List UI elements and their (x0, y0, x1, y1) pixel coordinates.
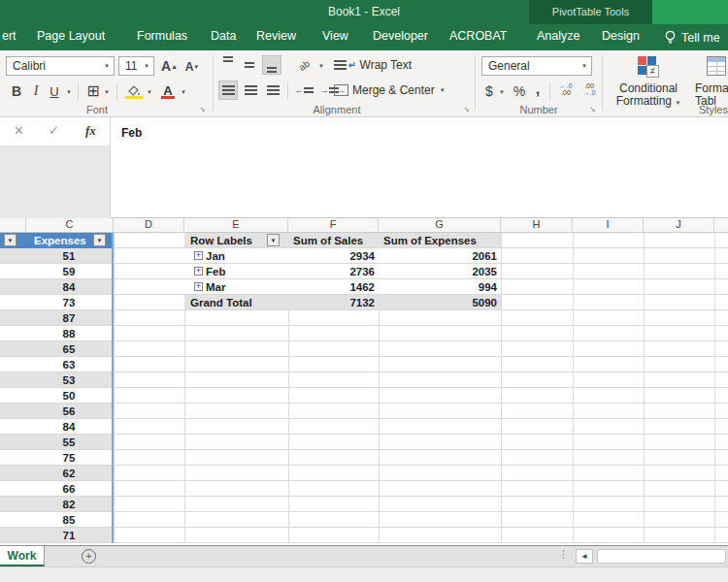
table-cell-expenses[interactable]: 50 (26, 388, 112, 404)
table-cell-expenses[interactable]: 73 (26, 295, 112, 310)
insert-function-icon[interactable]: fx (85, 123, 96, 139)
pivot-grand-total-expenses[interactable]: 5090 (379, 295, 501, 310)
ribbon-tab-design[interactable]: Design (602, 29, 640, 43)
table-cell-b[interactable] (0, 512, 26, 528)
column-header-F[interactable]: F (288, 218, 379, 232)
new-sheet-button[interactable]: + (82, 549, 96, 564)
decrease-font-size-button[interactable]: A▼ (182, 58, 202, 76)
table-cell-expenses[interactable]: 71 (26, 528, 112, 543)
fill-color-dropdown-arrow[interactable]: ▼ (147, 89, 152, 95)
filter-dropdown-icon[interactable]: ▼ (4, 234, 17, 246)
column-header-H[interactable]: H (501, 218, 573, 232)
borders-dropdown-arrow[interactable]: ▼ (104, 89, 110, 95)
align-bottom-button[interactable] (262, 55, 281, 75)
table-cell-b[interactable] (0, 264, 26, 279)
table-cell-b[interactable] (0, 295, 26, 310)
wrap-text-button[interactable]: ↵ Wrap Text (334, 55, 431, 75)
column-header-G[interactable]: G (379, 218, 501, 232)
formula-bar-value[interactable]: Feb (121, 126, 142, 140)
align-middle-button[interactable] (241, 56, 258, 74)
fill-color-button[interactable] (123, 81, 145, 100)
align-right-button[interactable] (264, 81, 281, 99)
pivot-row-label-feb[interactable]: +Feb (184, 264, 288, 279)
font-name-combobox[interactable]: Calibri ▼ (6, 56, 115, 76)
table-cell-b[interactable] (0, 419, 26, 435)
pivot-header-row-labels[interactable]: Row Labels▼ (184, 233, 288, 248)
number-dialog-launcher[interactable]: ↘ (589, 105, 596, 113)
column-header-E[interactable]: E (184, 218, 288, 232)
enter-icon[interactable]: ✓ (49, 123, 59, 138)
ribbon-tab-page-layout[interactable]: Page Layout (37, 29, 105, 43)
table-cell-b[interactable] (0, 466, 26, 481)
table-cell-expenses[interactable]: 84 (26, 279, 112, 295)
expand-icon[interactable]: + (194, 251, 203, 260)
column-header-D[interactable]: D (114, 218, 184, 232)
decrease-decimal-button[interactable]: .00 →.0 (579, 82, 600, 96)
align-left-button[interactable] (218, 81, 238, 100)
currency-format-button[interactable]: $ (482, 81, 496, 101)
table-cell-expenses[interactable]: 59 (26, 264, 112, 279)
pivot-header-sum-of-expenses[interactable]: Sum of Expenses (379, 233, 501, 248)
table-cell-expenses[interactable]: 66 (26, 481, 112, 497)
font-color-button[interactable]: A (159, 81, 177, 100)
column-header-I[interactable]: I (573, 218, 644, 232)
pivot-value-sales[interactable]: 2934 (288, 248, 379, 264)
table-cell-b[interactable] (0, 450, 26, 466)
horizontal-scrollbar-thumb[interactable] (597, 549, 726, 564)
expand-icon[interactable]: + (194, 267, 203, 275)
table-cell-b[interactable] (0, 341, 26, 357)
conditional-formatting-button[interactable]: Conditional Formatting ▼ (608, 82, 689, 110)
borders-button[interactable]: ⊞ (83, 81, 103, 100)
table-header-b-partial[interactable]: ▼ (0, 233, 26, 248)
ribbon-tab-developer[interactable]: Developer (373, 29, 428, 43)
orientation-dropdown-arrow[interactable]: ▼ (318, 63, 324, 69)
align-center-button[interactable] (242, 81, 259, 99)
increase-font-size-button[interactable]: A▲ (158, 56, 181, 76)
pivot-value-sales[interactable]: 1462 (288, 279, 379, 295)
italic-button[interactable]: I (29, 81, 43, 101)
column-header-b-partial[interactable] (0, 218, 26, 232)
expenses-filter-dropdown-icon[interactable]: ▼ (93, 234, 106, 246)
underline-dropdown-arrow[interactable]: ▼ (66, 89, 72, 95)
number-format-combobox[interactable]: General ▼ (481, 56, 592, 76)
table-cell-b[interactable] (0, 528, 26, 543)
cancel-icon[interactable]: ✕ (14, 123, 24, 138)
ribbon-tab-data[interactable]: Data (211, 29, 236, 43)
table-cell-expenses[interactable]: 62 (26, 466, 112, 481)
ribbon-tab-ert[interactable]: ert (2, 29, 17, 43)
increase-decimal-button[interactable]: ←.0 .00 (555, 82, 577, 96)
table-cell-expenses[interactable]: 85 (26, 512, 112, 528)
table-cell-b[interactable] (0, 372, 26, 388)
ribbon-tab-analyze[interactable]: Analyze (537, 29, 579, 43)
table-cell-b[interactable] (0, 388, 26, 404)
table-cell-expenses[interactable]: 65 (26, 341, 112, 357)
sheet-tab-work[interactable]: Work (0, 546, 45, 566)
ribbon-tab-formulas[interactable]: Formulas (137, 29, 187, 43)
currency-dropdown-arrow[interactable]: ▼ (499, 89, 505, 95)
font-dialog-launcher[interactable]: ↘ (199, 105, 206, 113)
orientation-button[interactable]: ab (290, 51, 317, 78)
ribbon-tab-acrobat[interactable]: ACROBAT (449, 29, 508, 43)
table-cell-expenses[interactable]: 56 (26, 404, 112, 419)
ribbon-tab-review[interactable]: Review (256, 29, 296, 43)
table-cell-expenses[interactable]: 53 (26, 372, 112, 388)
pivot-value-expenses[interactable]: 994 (379, 279, 501, 295)
table-cell-expenses[interactable]: 75 (26, 450, 112, 466)
pivot-value-expenses[interactable]: 2035 (379, 264, 501, 279)
table-cell-b[interactable] (0, 435, 26, 450)
spreadsheet-grid[interactable]: ▼Expenses▼515984738788656353505684557562… (0, 233, 728, 543)
table-cell-expenses[interactable]: 82 (26, 497, 112, 512)
table-cell-expenses[interactable]: 84 (26, 419, 112, 435)
table-cell-b[interactable] (0, 248, 26, 264)
align-top-button[interactable] (219, 56, 237, 74)
table-cell-expenses[interactable]: 51 (26, 248, 112, 264)
merge-center-button[interactable]: ↔ Merge & Center ▼ (334, 81, 460, 100)
alignment-dialog-launcher[interactable]: ↘ (463, 105, 470, 113)
pivot-value-expenses[interactable]: 2061 (379, 248, 501, 264)
row-labels-dropdown-icon[interactable]: ▼ (267, 234, 280, 246)
table-header-expenses[interactable]: Expenses▼ (26, 233, 114, 248)
scroll-left-icon[interactable]: ◄ (576, 549, 593, 564)
underline-button[interactable]: U (47, 81, 62, 101)
comma-format-button[interactable]: , (532, 80, 544, 99)
expand-icon[interactable]: + (194, 282, 203, 291)
